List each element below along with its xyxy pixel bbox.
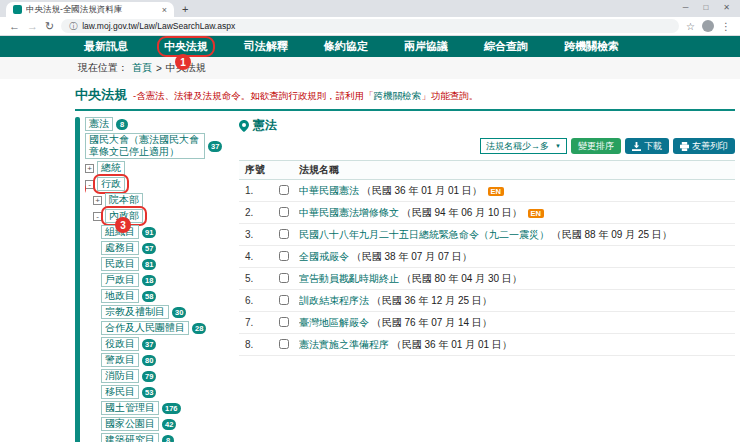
sidebar-item-link[interactable]: 國家公園目: [101, 417, 159, 431]
row-checkbox[interactable]: [279, 339, 289, 349]
expand-toggle-icon[interactable]: +: [85, 164, 94, 173]
en-version-badge[interactable]: EN: [528, 209, 544, 218]
bookmark-star-icon[interactable]: ☆: [686, 21, 695, 32]
breadcrumb-home-link[interactable]: 首頁: [132, 61, 152, 75]
sidebar-item-link[interactable]: 移民目: [101, 385, 139, 399]
law-link[interactable]: 憲法實施之準備程序: [299, 339, 389, 350]
law-link[interactable]: 臺灣地區解嚴令: [299, 317, 369, 328]
sidebar-item-link[interactable]: 行政: [97, 177, 125, 191]
sidebar-item-link[interactable]: 民政目: [101, 257, 139, 271]
change-sort-button[interactable]: 變更排序: [571, 138, 621, 154]
sidebar-item-link[interactable]: 建築研究目: [101, 433, 159, 442]
law-link[interactable]: 全國戒嚴令: [299, 251, 349, 262]
row-checkbox[interactable]: [279, 251, 289, 261]
law-link[interactable]: 宣告動員戡亂時期終止: [299, 273, 399, 284]
count-badge: 37: [142, 339, 156, 350]
law-link[interactable]: 中華民國憲法: [299, 185, 359, 196]
refresh-icon[interactable]: ↻: [45, 21, 54, 32]
profile-avatar[interactable]: [702, 20, 714, 32]
site-info-icon[interactable]: ⓘ: [69, 21, 77, 32]
sidebar-item-link[interactable]: 國土管理目: [101, 401, 159, 415]
row-checkbox[interactable]: [279, 273, 289, 283]
sidebar-item-link[interactable]: 憲法: [85, 117, 113, 131]
sidebar-item-link[interactable]: 處務目: [101, 241, 139, 255]
nav-item-news[interactable]: 最新訊息: [84, 39, 128, 54]
row-checkbox[interactable]: [279, 185, 289, 195]
caret-down-icon: ▼: [555, 143, 561, 149]
annotation-box-executive: 行政: [93, 174, 129, 194]
print-button[interactable]: 友善列印: [673, 138, 735, 154]
content-area: 憲法 8 國民大會（憲法國民大會章條文已停止適用） 37 + 總統 - 行政 2…: [75, 111, 735, 442]
nav-item-cross-strait[interactable]: 兩岸協議: [404, 39, 448, 54]
sidebar-item-link[interactable]: 役政目: [101, 337, 139, 351]
sidebar-item-national-assembly: 國民大會（憲法國民大會章條文已停止適用） 37: [85, 133, 227, 159]
row-checkbox[interactable]: [279, 229, 289, 239]
sidebar-item-link[interactable]: 總統: [97, 161, 125, 175]
browser-tab[interactable]: 中央法規-全國法規資料庫 ×: [6, 2, 174, 17]
count-badge: 18: [142, 275, 156, 286]
nav-item-treaties[interactable]: 條約協定: [324, 39, 368, 54]
download-button[interactable]: 下載: [625, 138, 669, 154]
law-link[interactable]: 訓政結束程序法: [299, 295, 369, 306]
sidebar-item-link[interactable]: 警政目: [101, 353, 139, 367]
row-checkbox[interactable]: [279, 317, 289, 327]
close-icon[interactable]: ✕: [723, 3, 730, 12]
sidebar-item-executive-yuan: + 院本部: [93, 193, 227, 207]
row-number: 7.: [239, 317, 275, 328]
nav-item-integrated-search[interactable]: 綜合查詢: [484, 39, 528, 54]
sidebar-item-link[interactable]: 組織目: [101, 225, 139, 239]
sidebar-scrollbar[interactable]: [75, 117, 80, 442]
law-link[interactable]: 中華民國憲法增修條文: [299, 207, 399, 218]
minimize-icon[interactable]: ─: [683, 3, 689, 12]
cross-agency-search-link[interactable]: 跨機關檢索: [374, 90, 422, 101]
law-link[interactable]: 民國八十八年九月二十五日總統緊急命令（九二一震災）: [299, 229, 549, 240]
sidebar-item-link[interactable]: 地政目: [101, 289, 139, 303]
url-input[interactable]: ⓘ law.moj.gov.tw/Law/LawSearchLaw.aspx: [61, 19, 679, 33]
nav-item-judicial-interpretations[interactable]: 司法解釋: [244, 39, 288, 54]
tab-title: 中央法規-全國法規資料庫: [26, 4, 158, 16]
column-header-name: 法規名稱: [299, 163, 735, 177]
row-checkbox[interactable]: [279, 207, 289, 217]
new-tab-button[interactable]: +: [182, 2, 188, 17]
sidebar-item-category: 役政目 37: [101, 337, 227, 351]
sidebar-item-category: 建築研究目 8: [101, 433, 227, 442]
printer-icon: [680, 142, 689, 151]
maximize-icon[interactable]: □: [703, 3, 708, 12]
sidebar-item-category: 宗教及禮制目 30: [101, 305, 227, 319]
en-version-badge[interactable]: EN: [488, 187, 504, 196]
site-favicon-icon: [13, 5, 22, 14]
law-date: （民國 94 年 06 月 10 日）: [402, 207, 522, 218]
count-badge: 80: [142, 355, 156, 366]
browser-menu-icon[interactable]: ⋮: [721, 21, 731, 32]
row-number: 3.: [239, 229, 275, 240]
sidebar-item-link[interactable]: 內政部: [105, 209, 143, 223]
section-header: 憲法: [239, 117, 735, 134]
sidebar-item-link[interactable]: 消防目: [101, 369, 139, 383]
page-title: 中央法規: [75, 86, 127, 104]
forward-icon[interactable]: →: [27, 21, 38, 32]
sidebar-item-link[interactable]: 合作及人民團體目: [101, 321, 189, 335]
count-badge: 37: [208, 141, 222, 152]
sidebar-item-category: 警政目 80: [101, 353, 227, 367]
sort-order-select[interactable]: 法規名稱少→多 ▼: [480, 138, 567, 154]
row-checkbox[interactable]: [279, 295, 289, 305]
back-icon[interactable]: ←: [9, 21, 20, 32]
sidebar-item-link[interactable]: 宗教及禮制目: [101, 305, 169, 319]
sidebar-item-category: 戶政目 18: [101, 273, 227, 287]
table-row: 5. 宣告動員戡亂時期終止 （民國 80 年 04 月 30 日）: [239, 268, 735, 290]
nav-item-central-laws[interactable]: 中央法規 1: [157, 36, 215, 57]
sidebar-item-link[interactable]: 院本部: [105, 193, 143, 207]
tab-close-icon[interactable]: ×: [162, 5, 167, 15]
count-badge: 58: [142, 291, 156, 302]
breadcrumb-prefix: 現在位置：: [78, 61, 128, 75]
expand-toggle-icon[interactable]: +: [93, 196, 102, 205]
results-panel: 憲法 法規名稱少→多 ▼ 變更排序 下載 友善列印 序號 法規名稱: [239, 117, 735, 442]
nav-item-cross-agency-search[interactable]: 跨機關檢索: [564, 39, 619, 54]
sidebar-item-link[interactable]: 戶政目: [101, 273, 139, 287]
count-badge: 8: [162, 435, 174, 442]
count-badge: 81: [142, 259, 156, 270]
category-sidebar: 憲法 8 國民大會（憲法國民大會章條文已停止適用） 37 + 總統 - 行政 2…: [75, 117, 227, 442]
page-header: 中央法規 -含憲法、法律及法規命令。如欲查詢行政規則，請利用「跨機關檢索」功能查…: [0, 79, 740, 111]
sidebar-item-link[interactable]: 國民大會（憲法國民大會章條文已停止適用）: [85, 133, 205, 159]
breadcrumb: 現在位置： 首頁 > 中央法規: [0, 57, 740, 79]
